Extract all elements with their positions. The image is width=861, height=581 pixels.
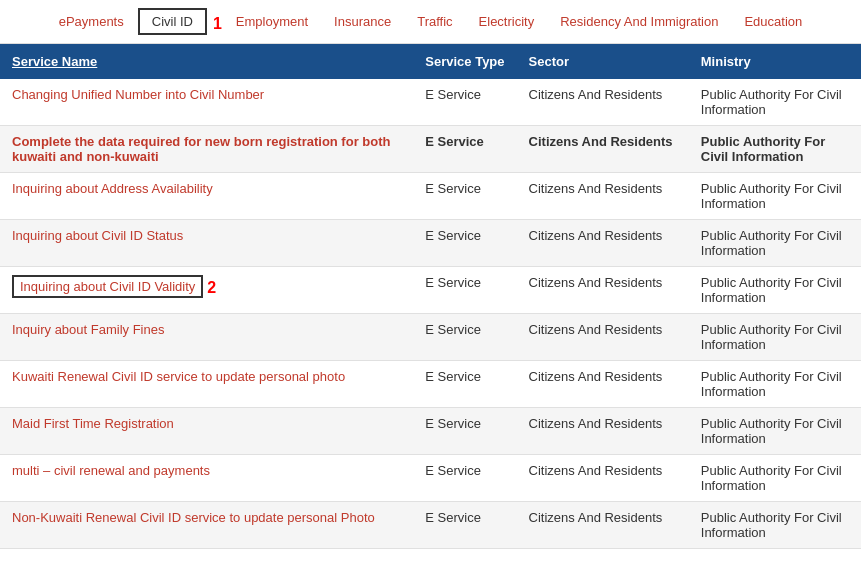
ministry-cell: Public Authority For Civil Information — [689, 126, 861, 173]
service-name-link[interactable]: Complete the data required for new born … — [12, 134, 390, 164]
nav-item-residency-and-immigration[interactable]: Residency And Immigration — [548, 10, 730, 33]
header-service-type: Service Type — [413, 44, 516, 79]
nav-item-civil-id[interactable]: Civil ID — [138, 8, 207, 35]
service-name-cell: Inquiring about Civil ID Status — [0, 220, 413, 267]
table-row: Inquiring about Civil ID Validity2E Serv… — [0, 267, 861, 314]
service-name-cell: Inquiring about Address Availability — [0, 173, 413, 220]
navigation-bar: ePaymentsCivil ID1EmploymentInsuranceTra… — [0, 0, 861, 44]
ministry-cell: Public Authority For Civil Information — [689, 267, 861, 314]
service-type-cell: E Service — [413, 502, 516, 549]
header-ministry: Ministry — [689, 44, 861, 79]
sector-cell: Citizens And Residents — [517, 220, 689, 267]
sector-cell: Citizens And Residents — [517, 502, 689, 549]
table-row: Maid First Time RegistrationE ServiceCit… — [0, 408, 861, 455]
service-name-link[interactable]: Kuwaiti Renewal Civil ID service to upda… — [12, 369, 345, 384]
ministry-cell: Public Authority For Civil Information — [689, 502, 861, 549]
sector-cell: Citizens And Residents — [517, 267, 689, 314]
sector-cell: Citizens And Residents — [517, 314, 689, 361]
table-row: Changing Unified Number into Civil Numbe… — [0, 79, 861, 126]
nav-item-insurance[interactable]: Insurance — [322, 10, 403, 33]
ministry-cell: Public Authority For Civil Information — [689, 455, 861, 502]
ministry-cell: Public Authority For Civil Information — [689, 408, 861, 455]
service-name-link[interactable]: Inquiring about Address Availability — [12, 181, 213, 196]
header-service-name: Service Name — [0, 44, 413, 79]
service-name-link[interactable]: Changing Unified Number into Civil Numbe… — [12, 87, 264, 102]
service-name-cell: Kuwaiti Renewal Civil ID service to upda… — [0, 361, 413, 408]
ministry-cell: Public Authority For Civil Information — [689, 220, 861, 267]
services-table: Service Name Service Type Sector Ministr… — [0, 44, 861, 549]
table-row: Kuwaiti Renewal Civil ID service to upda… — [0, 361, 861, 408]
service-type-cell: E Service — [413, 126, 516, 173]
services-table-container: Service Name Service Type Sector Ministr… — [0, 44, 861, 549]
table-row: Inquiring about Civil ID StatusE Service… — [0, 220, 861, 267]
service-type-cell: E Service — [413, 361, 516, 408]
table-row: multi – civil renewal and paymentsE Serv… — [0, 455, 861, 502]
sector-cell: Citizens And Residents — [517, 79, 689, 126]
service-name-cell: Maid First Time Registration — [0, 408, 413, 455]
service-name-cell: multi – civil renewal and payments — [0, 455, 413, 502]
annotation-1: 1 — [213, 15, 222, 33]
annotation-2: 2 — [207, 279, 216, 296]
service-type-cell: E Service — [413, 267, 516, 314]
table-row: Inquiring about Address AvailabilityE Se… — [0, 173, 861, 220]
service-name-link[interactable]: Inquiring about Civil ID Validity — [20, 279, 195, 294]
ministry-cell: Public Authority For Civil Information — [689, 314, 861, 361]
ministry-cell: Public Authority For Civil Information — [689, 173, 861, 220]
nav-item-electricity[interactable]: Electricity — [467, 10, 547, 33]
nav-item-epayments[interactable]: ePayments — [47, 10, 136, 33]
service-type-cell: E Service — [413, 314, 516, 361]
service-name-link[interactable]: Inquiry about Family Fines — [12, 322, 164, 337]
service-type-cell: E Service — [413, 79, 516, 126]
table-row: Inquiry about Family FinesE ServiceCitiz… — [0, 314, 861, 361]
service-type-cell: E Service — [413, 173, 516, 220]
service-type-cell: E Service — [413, 220, 516, 267]
nav-item-traffic[interactable]: Traffic — [405, 10, 464, 33]
service-name-link[interactable]: Non-Kuwaiti Renewal Civil ID service to … — [12, 510, 375, 525]
service-name-link[interactable]: multi – civil renewal and payments — [12, 463, 210, 478]
table-row: Complete the data required for new born … — [0, 126, 861, 173]
sector-cell: Citizens And Residents — [517, 361, 689, 408]
nav-item-employment[interactable]: Employment — [224, 10, 320, 33]
ministry-cell: Public Authority For Civil Information — [689, 79, 861, 126]
sector-cell: Citizens And Residents — [517, 408, 689, 455]
sector-cell: Citizens And Residents — [517, 173, 689, 220]
nav-item-education[interactable]: Education — [732, 10, 814, 33]
service-type-cell: E Service — [413, 455, 516, 502]
highlighted-service-name: Inquiring about Civil ID Validity — [12, 275, 203, 298]
ministry-cell: Public Authority For Civil Information — [689, 361, 861, 408]
service-name-cell: Complete the data required for new born … — [0, 126, 413, 173]
service-name-cell: Inquiring about Civil ID Validity2 — [0, 267, 413, 314]
sector-cell: Citizens And Residents — [517, 455, 689, 502]
service-type-cell: E Service — [413, 408, 516, 455]
table-row: Non-Kuwaiti Renewal Civil ID service to … — [0, 502, 861, 549]
sector-cell: Citizens And Residents — [517, 126, 689, 173]
service-name-cell: Non-Kuwaiti Renewal Civil ID service to … — [0, 502, 413, 549]
service-name-link[interactable]: Inquiring about Civil ID Status — [12, 228, 183, 243]
header-sector: Sector — [517, 44, 689, 79]
service-name-cell: Changing Unified Number into Civil Numbe… — [0, 79, 413, 126]
service-name-link[interactable]: Maid First Time Registration — [12, 416, 174, 431]
table-header-row: Service Name Service Type Sector Ministr… — [0, 44, 861, 79]
service-name-cell: Inquiry about Family Fines — [0, 314, 413, 361]
